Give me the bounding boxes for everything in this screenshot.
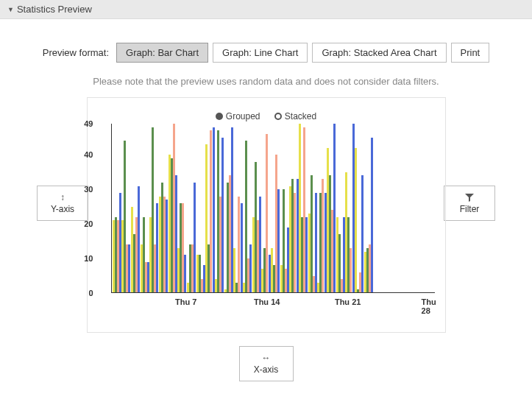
panel-header[interactable]: ▼ Statistics Preview bbox=[0, 0, 532, 19]
bar-group bbox=[215, 130, 224, 293]
preview-format-toolbar: Preview format: Graph: Bar Chart Graph: … bbox=[0, 43, 532, 63]
y-axis-button-label: Y-axis bbox=[51, 204, 74, 214]
bar-group bbox=[159, 183, 168, 293]
chart-area: ↕ Y-axis Filter Grouped Stacked bbox=[0, 97, 532, 333]
bar-group bbox=[243, 141, 252, 293]
x-axis-ticks: Thu 7Thu 14Thu 21Thu 28 bbox=[111, 297, 435, 308]
x-axis-line bbox=[111, 292, 435, 293]
bar-group bbox=[233, 197, 242, 293]
y-tick-label: 40 bbox=[84, 150, 93, 159]
chart-plot: 01020304049 bbox=[111, 124, 435, 293]
bar-group bbox=[308, 175, 317, 293]
bar-group bbox=[355, 148, 363, 293]
bar-chart-button[interactable]: Graph: Bar Chart bbox=[116, 43, 208, 63]
legend-grouped[interactable]: Grouped bbox=[216, 111, 260, 121]
y-tick-label: 0 bbox=[88, 289, 93, 297]
chart-bar[interactable] bbox=[355, 148, 357, 293]
bar-group bbox=[187, 183, 196, 293]
bar-group bbox=[131, 186, 140, 294]
bar-group bbox=[224, 127, 233, 293]
y-tick-label: 10 bbox=[84, 254, 93, 263]
chart-frame: Grouped Stacked 01020304049 Thu 7Thu 14T… bbox=[87, 97, 446, 333]
legend-stacked-label: Stacked bbox=[285, 111, 316, 121]
bar-group bbox=[252, 162, 261, 293]
bar-group bbox=[177, 203, 186, 293]
statistics-preview-panel: ▼ Statistics Preview Preview format: Gra… bbox=[0, 0, 532, 381]
bar-group bbox=[289, 179, 298, 293]
y-tick-label: 20 bbox=[84, 219, 93, 228]
legend-grouped-label: Grouped bbox=[226, 111, 260, 121]
filled-circle-icon bbox=[216, 113, 223, 120]
filter-icon bbox=[447, 192, 492, 202]
collapse-caret-icon: ▼ bbox=[7, 6, 14, 13]
x-tick-label: Thu 28 bbox=[422, 297, 436, 315]
bar-group bbox=[336, 217, 345, 293]
bar-group bbox=[113, 193, 121, 293]
bar-group bbox=[141, 217, 149, 293]
x-axis-button[interactable]: ↔ X-axis bbox=[239, 346, 294, 381]
line-chart-button[interactable]: Graph: Line Chart bbox=[213, 43, 308, 63]
bar-group bbox=[169, 124, 177, 293]
filter-button-label: Filter bbox=[460, 204, 480, 214]
bars-container bbox=[113, 124, 374, 293]
vertical-arrows-icon: ↕ bbox=[40, 192, 85, 202]
x-tick-label: Thu 21 bbox=[335, 297, 361, 306]
preview-format-label: Preview format: bbox=[43, 47, 109, 58]
print-button[interactable]: Print bbox=[451, 43, 490, 63]
chart-legend: Grouped Stacked bbox=[98, 111, 435, 122]
random-data-note: Please note that the preview uses random… bbox=[0, 76, 532, 87]
bar-group bbox=[196, 255, 205, 293]
y-tick-label: 49 bbox=[84, 119, 93, 128]
x-tick-label: Thu 7 bbox=[175, 297, 196, 306]
bar-group bbox=[327, 124, 336, 293]
y-axis-line bbox=[111, 124, 112, 293]
y-tick-label: 30 bbox=[84, 185, 93, 194]
chart-bar[interactable] bbox=[371, 138, 373, 293]
legend-stacked[interactable]: Stacked bbox=[274, 111, 316, 121]
bar-group bbox=[280, 189, 289, 293]
bar-group bbox=[345, 124, 354, 293]
x-axis-button-label: X-axis bbox=[254, 364, 278, 375]
stacked-area-chart-button[interactable]: Graph: Stacked Area Chart bbox=[312, 43, 446, 63]
bar-group bbox=[205, 127, 214, 293]
hollow-circle-icon bbox=[274, 113, 282, 120]
bar-group bbox=[299, 124, 308, 293]
filter-button[interactable]: Filter bbox=[444, 186, 495, 221]
panel-title: Statistics Preview bbox=[17, 4, 92, 15]
horizontal-arrows-icon: ↔ bbox=[243, 353, 290, 363]
bar-group bbox=[317, 179, 326, 293]
bar-group bbox=[149, 127, 158, 293]
y-axis-button[interactable]: ↕ Y-axis bbox=[37, 186, 88, 221]
bar-group bbox=[364, 138, 373, 293]
x-tick-label: Thu 14 bbox=[254, 297, 280, 306]
bar-group bbox=[271, 155, 280, 293]
bar-group bbox=[121, 141, 130, 293]
bar-group bbox=[261, 134, 270, 293]
